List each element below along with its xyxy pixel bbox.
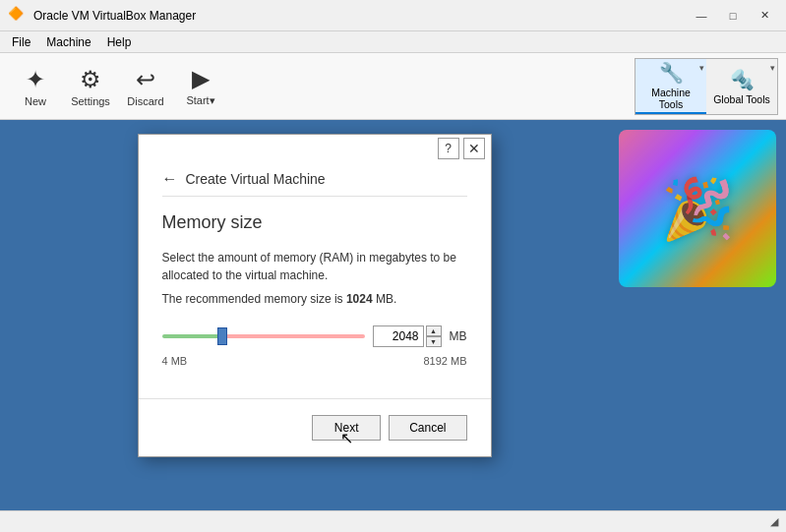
- memory-value-input[interactable]: [373, 325, 424, 347]
- cancel-button[interactable]: Cancel: [389, 415, 466, 441]
- slider-area: ▲ ▼ MB: [162, 325, 467, 347]
- dialog-section-title: Memory size: [162, 212, 467, 233]
- spinner-buttons: ▲ ▼: [426, 325, 442, 347]
- global-tools-label: Global Tools: [713, 93, 770, 105]
- machine-tools-button[interactable]: 🔧 Machine Tools ▾: [635, 59, 706, 114]
- right-toolbar: 🔧 Machine Tools ▾ 🔩 Global Tools ▾: [635, 58, 778, 115]
- create-vm-dialog: ? ✕ ← Create Virtual Machine Memory size…: [138, 134, 492, 457]
- memory-slider-thumb[interactable]: [217, 327, 227, 345]
- discard-icon: ↩: [136, 66, 155, 93]
- maximize-button[interactable]: □: [719, 5, 747, 27]
- minimize-button[interactable]: —: [688, 5, 715, 27]
- menu-bar: File Machine Help: [0, 31, 786, 53]
- status-bar: ◢: [0, 510, 786, 532]
- cursor-indicator: ↖: [340, 429, 353, 447]
- settings-label: Settings: [71, 95, 110, 107]
- discard-label: Discard: [127, 95, 163, 107]
- start-label: Start▾: [186, 94, 214, 107]
- dialog-content: ← Create Virtual Machine Memory size Sel…: [139, 162, 491, 386]
- new-label: New: [25, 95, 46, 107]
- machine-tools-label: Machine Tools: [639, 87, 702, 110]
- next-button[interactable]: Next ↖: [312, 415, 381, 441]
- slider-range-labels: 4 MB 8192 MB: [162, 355, 467, 367]
- spinner-down-button[interactable]: ▼: [426, 336, 442, 347]
- app-logo: 🔶: [8, 6, 28, 26]
- memory-slider-track: [162, 334, 365, 338]
- global-tools-icon: 🔩: [730, 68, 755, 91]
- dialog-title-bar: ? ✕: [139, 135, 491, 162]
- memory-slider-container: [162, 326, 365, 346]
- title-bar: 🔶 Oracle VM VirtualBox Manager — □ ✕: [0, 0, 786, 31]
- slider-max-label: 8192 MB: [423, 355, 466, 367]
- dialog-help-button[interactable]: ?: [438, 138, 459, 159]
- global-tools-dropdown-icon: ▾: [770, 63, 775, 73]
- new-icon: ✦: [26, 66, 45, 93]
- discard-button[interactable]: ↩ Discard: [118, 58, 173, 115]
- window-title: Oracle VM VirtualBox Manager: [33, 9, 688, 23]
- menu-help[interactable]: Help: [99, 33, 140, 51]
- dialog-header: ← Create Virtual Machine: [162, 170, 467, 197]
- memory-unit-label: MB: [450, 329, 467, 343]
- dialog-buttons: Next ↖ Cancel: [139, 398, 491, 456]
- slider-min-label: 4 MB: [162, 355, 188, 367]
- menu-file[interactable]: File: [4, 33, 38, 51]
- window-controls: — □ ✕: [688, 5, 778, 27]
- machine-tools-icon: 🔧: [659, 61, 684, 85]
- spinner-up-button[interactable]: ▲: [426, 325, 442, 336]
- dialog-close-button[interactable]: ✕: [463, 138, 485, 159]
- dialog-wizard-title: Create Virtual Machine: [186, 171, 326, 187]
- menu-machine[interactable]: Machine: [38, 33, 98, 51]
- settings-icon: ⚙: [80, 66, 101, 93]
- toolbar: ✦ New ⚙ Settings ↩ Discard ▶ Start▾ 🔧 Ma…: [0, 53, 786, 120]
- machine-tools-dropdown-icon: ▾: [699, 63, 704, 73]
- start-button[interactable]: ▶ Start▾: [173, 58, 228, 115]
- resize-handle-icon: ◢: [770, 515, 778, 528]
- background-illustration: 🎉: [619, 130, 776, 287]
- memory-spinner: ▲ ▼: [373, 325, 442, 347]
- content-area: 🎉 ual machine u haven't ton in the irtua…: [0, 120, 786, 510]
- start-icon: ▶: [192, 65, 210, 92]
- dialog-back-button[interactable]: ←: [162, 170, 178, 188]
- global-tools-button[interactable]: 🔩 Global Tools ▾: [706, 59, 777, 114]
- new-button[interactable]: ✦ New: [8, 58, 63, 115]
- settings-button[interactable]: ⚙ Settings: [63, 58, 118, 115]
- close-button[interactable]: ✕: [751, 5, 778, 27]
- dialog-recommended: The recommended memory size is 1024 MB.: [162, 292, 467, 306]
- dialog-description: Select the amount of memory (RAM) in meg…: [162, 249, 467, 284]
- main-window: 🔶 Oracle VM VirtualBox Manager — □ ✕ Fil…: [0, 0, 786, 532]
